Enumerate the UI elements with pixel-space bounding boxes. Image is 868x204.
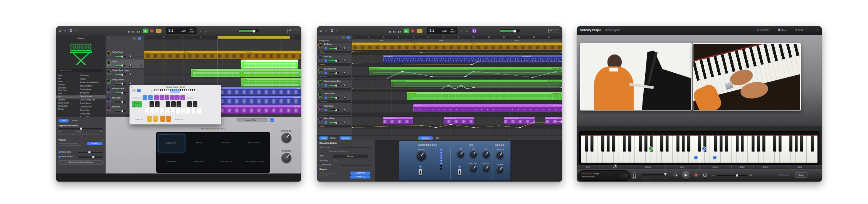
eq-knob-mid-freq[interactable] (469, 165, 477, 173)
compressor-button[interactable]: Compressor (350, 172, 370, 175)
amount-knob[interactable] (416, 151, 426, 161)
mt-mod-key-5[interactable]: 5 (165, 95, 169, 100)
timeline-region[interactable]: Strings (241, 78, 301, 87)
library-search-input[interactable] (58, 69, 103, 72)
input-monitor-icon[interactable] (140, 65, 142, 67)
go-to-beginning-button[interactable]: ◀ (673, 172, 679, 178)
black-key[interactable] (676, 136, 679, 151)
pad-cell-disturbed-choir[interactable]: DISTURBED CHOIR (241, 153, 267, 170)
pan-knob[interactable] (343, 84, 346, 88)
track-volume-slider[interactable] (329, 109, 340, 111)
menu-mixer[interactable]: Mixer (778, 29, 786, 31)
toolbar-smart-controls-icon[interactable]: ☰ (69, 29, 72, 33)
mt-white-key-H[interactable]: H (170, 108, 175, 114)
mt-white-key-A[interactable]: A (144, 108, 149, 114)
black-key[interactable] (698, 136, 701, 151)
monitoring-icon[interactable] (334, 159, 338, 162)
input-monitor-icon[interactable] (140, 83, 142, 85)
black-key[interactable] (682, 136, 685, 151)
mt-octave-left-icon[interactable]: ‹ (151, 89, 152, 91)
mt-black-key-E[interactable]: E (155, 101, 160, 107)
count-in-icon[interactable]: vol (205, 30, 207, 34)
tab-track[interactable]: Track (59, 119, 69, 122)
editor-toggle-icon[interactable] (288, 29, 292, 33)
track-volume-slider[interactable] (115, 74, 126, 75)
input-monitor-icon[interactable] (348, 109, 350, 111)
track-volume-slider[interactable] (115, 83, 126, 85)
track-header-socal-kyle-[interactable]: SoCal (Kyle)MS (106, 50, 144, 60)
play-button[interactable]: ▶ (404, 29, 409, 33)
mt-white-key-G[interactable]: G (165, 108, 170, 114)
track-volume-slider[interactable] (329, 48, 340, 49)
timeline-region[interactable]: Electro Riser (D) (383, 117, 413, 124)
library-patch-8th-wonder[interactable]: 8th Wonder (78, 74, 106, 78)
timeline-region[interactable]: Drums (413, 42, 471, 50)
mute-icon[interactable]: M (107, 73, 108, 75)
automation-parameter-pill[interactable]: LP Cutoff↕ (318, 75, 351, 78)
black-key[interactable] (623, 136, 626, 151)
sends-knob-reverb[interactable] (496, 166, 504, 174)
play-button[interactable]: ▶ (682, 171, 690, 179)
black-key[interactable] (607, 136, 609, 151)
black-key[interactable] (795, 136, 797, 151)
timeline-region[interactable]: Hat Clap (D) (521, 55, 562, 63)
eq-knob-low-cut[interactable] (482, 165, 490, 173)
count-in-icon[interactable]: vol (466, 30, 468, 34)
mt-bend-key-2[interactable]: 2 (148, 95, 153, 100)
input-monitor-icon[interactable] (348, 72, 350, 74)
mute-icon[interactable]: M (107, 109, 108, 111)
track-volume-slider[interactable] (329, 122, 340, 123)
automation-mini-icon[interactable] (347, 36, 350, 39)
stop-button[interactable]: ▮◀ (398, 30, 401, 34)
alchemy-button[interactable]: Alchemy (87, 142, 103, 145)
library-category-pad[interactable]: Pad› (56, 95, 78, 99)
track-header-sweeping-arp[interactable]: Sweeping ArpMSLP Cutoff↕ (317, 67, 352, 80)
fast-forward-button[interactable]: ▶▶ (393, 30, 396, 34)
automation-parameter-pill[interactable]: Volume↕ (318, 63, 351, 66)
edit-echo-reverb-button[interactable]: Edit Echo and Reverb Settings (58, 160, 104, 165)
library-patch-airways[interactable]: Airways (78, 78, 106, 81)
toolbar-quick-help-icon[interactable]: ? (64, 29, 66, 33)
black-key[interactable] (660, 136, 663, 151)
library-patch-boarding-area[interactable]: Boarding Area (78, 88, 106, 92)
track-volume-slider[interactable] (115, 110, 126, 112)
solo-icon[interactable]: S (110, 109, 111, 111)
automation-toggle-icon[interactable] (325, 47, 327, 49)
timeline-region[interactable]: Hat Clap (D) (383, 55, 521, 63)
record-level-slider[interactable] (337, 147, 371, 148)
pad-cell-lead-vocal[interactable]: LEAD VOCAL (214, 153, 240, 170)
solo-icon[interactable]: S (321, 121, 323, 123)
cycle-button[interactable] (702, 172, 708, 178)
mute-icon[interactable]: M (319, 71, 320, 73)
lcd-chevron-icon[interactable]: ▾ (194, 29, 195, 32)
timeline-region[interactable]: Verse (185, 51, 246, 59)
library-category-soundscape[interactable]: Soundscape› (56, 105, 78, 108)
musical-typing-window[interactable]: Musical Typing - Synth‹›Pitch Bend123456… (130, 85, 221, 124)
tab-master[interactable]: Master (72, 119, 77, 122)
black-key[interactable] (639, 136, 642, 151)
mt-mod-key-8[interactable]: 8 (180, 95, 185, 100)
timeline-region[interactable]: Classic Analog PadClassic Analog Pad (391, 80, 562, 87)
mt-black-key-U[interactable]: U (177, 101, 181, 107)
compressor-toggle[interactable] (419, 169, 422, 175)
solo-icon[interactable]: S (321, 47, 323, 49)
track-header-grand-piano[interactable]: Grand PianoMSDisplay off↕ (317, 92, 352, 104)
master-echo-slider[interactable] (78, 152, 103, 153)
cycle-range[interactable] (218, 36, 290, 39)
track-header-hat-clap[interactable]: Hat ClapMSVolume↕ (317, 54, 352, 67)
add-track-button[interactable]: + (108, 37, 109, 39)
mixer-mini-icon[interactable] (133, 37, 136, 40)
library-patch-ambient-modwheel-morp-[interactable]: Ambient Modwheel Morp... (78, 81, 106, 85)
master-reverb-checkbox[interactable]: ✓ (59, 156, 61, 158)
track-header-noise-bass[interactable]: Noise BassMSDisplay off↕ (317, 104, 352, 117)
black-key[interactable] (762, 136, 765, 151)
input-monitor-icon[interactable] (348, 47, 350, 49)
automation-toggle-icon[interactable] (325, 121, 327, 124)
timeline-region[interactable]: Intro (352, 42, 413, 50)
library-patch-drifting-away[interactable]: Drifting Away (78, 112, 106, 116)
stop-button[interactable]: ▮◀ (137, 30, 140, 34)
timeline-region[interactable]: Electro Riser 1 (D) (504, 117, 535, 124)
mt-white-key-J[interactable]: J (175, 108, 180, 114)
pad-cell-sunlight[interactable]: SUNLIGHT (158, 134, 185, 152)
library-category-bell[interactable]: Bell› (56, 77, 78, 80)
